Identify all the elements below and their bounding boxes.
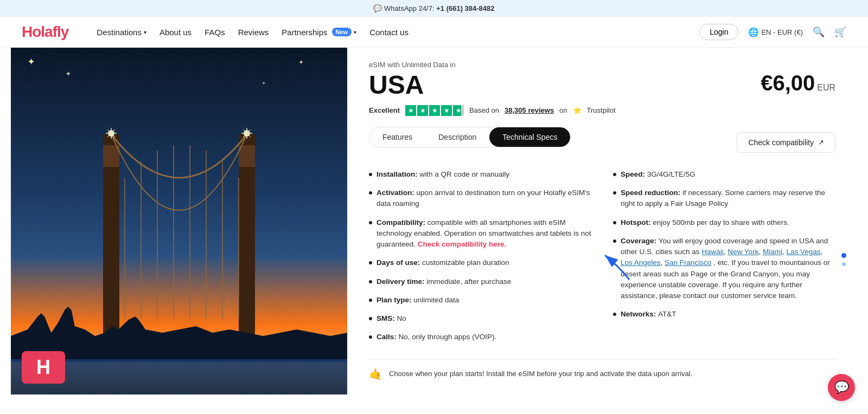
trustpilot-label: Trustpilot [587,106,616,114]
price-main: €6,00 [761,71,815,95]
specs-left-column: Installation: with a QR code or manually… [369,169,591,351]
tab-technical-specs[interactable]: Technical Specs [489,127,570,147]
spec-speed-reduction: Speed reduction: if necessary. Some carr… [613,187,835,210]
chat-button[interactable]: 💬 [828,374,855,399]
spec-installation-label: Installation: [376,170,420,178]
bullet [613,313,616,316]
star-rating: ★ ★ ★ ★ ★ [405,105,464,116]
chevron-down-icon: ▾ [354,29,356,35]
bullet [613,221,616,224]
check-compat-label: Check compatibility [748,138,814,147]
tab-features[interactable]: Features [369,127,425,147]
scroll-dot-2 [842,262,846,266]
spec-sms-label: SMS: [376,314,397,322]
nav-destinations[interactable]: Destinations ▾ [97,28,146,37]
spec-hotspot-label: Hotspot: [621,218,653,227]
spec-plantype-text: unlimited data [413,296,459,304]
bullet [613,173,616,176]
chevron-down-icon: ▾ [144,29,146,35]
whatsapp-label: WhatsApp 24/7: [384,4,435,12]
spec-speed-text: 3G/4G/LTE/5G [647,170,695,178]
rating-based-on: Based on [469,106,499,114]
whatsapp-number[interactable]: +1 (661) 384-8482 [436,4,494,12]
nav-contact[interactable]: Contact us [369,28,409,37]
check-compatibility-button[interactable]: Check compatibility ↗ [737,132,835,153]
star-5-half: ★ [453,105,464,116]
rating-label: Excellent [369,106,400,114]
spec-networks-text: AT&T [658,310,676,318]
hand-icon: 🤙 [369,367,382,380]
main-content: ✦ ✦ ✦ ✦ H eSIM with Unlimited Data in US… [11,48,857,399]
rating-on: on [559,106,567,114]
search-icon[interactable]: 🔍 [813,26,825,38]
product-title-row: USA €6,00 EUR [369,71,835,100]
spec-sms-text: No [397,314,406,322]
spec-delivery: Delivery time: immediate, after purchase [369,276,591,287]
nav-right: Login 🌐 EN - EUR (€) 🔍 🛒 [699,24,846,40]
product-image: ✦ ✦ ✦ ✦ H [11,48,347,394]
spec-plan-type: Plan type: unlimited data [369,295,591,306]
tabs-row: Features Description Technical Specs Che… [369,127,835,158]
logo[interactable]: Holafly [22,23,68,41]
globe-icon: 🌐 [748,27,759,37]
product-info-panel: eSIM with Unlimited Data in USA €6,00 EU… [347,48,857,399]
tab-description[interactable]: Description [425,127,489,147]
star-2: ★ [417,105,428,116]
bullet [369,261,372,264]
holafly-logo-box: H [22,351,65,384]
spec-days: Days of use: customizable plan duration [369,257,591,268]
star-4: ★ [441,105,452,116]
spec-days-text: customizable plan duration [422,258,509,267]
login-button[interactable]: Login [699,24,738,40]
product-subtitle: eSIM with Unlimited Data in [369,61,835,69]
specs-content: Installation: with a QR code or manually… [369,169,835,351]
coverage-link-sf[interactable]: San Francisco [665,258,711,267]
price-currency: EUR [817,83,835,92]
star-3: ★ [429,105,440,116]
spec-speed-label: Speed: [621,170,647,178]
spec-delivery-text: immediate, after purchase [426,277,511,286]
coverage-link-miami[interactable]: Miami [763,248,782,256]
reviews-link[interactable]: 38,305 reviews [505,106,554,114]
spec-compat-label: Compatibility: [376,218,427,227]
spec-hotspot-text: enjoy 500mb per day to share with others… [653,218,789,227]
spec-calls: Calls: No, only through apps (VOIP). [369,332,591,342]
spec-sms: SMS: No [369,313,591,324]
check-compat-link[interactable]: Check compatibility here. [418,240,507,248]
bullet [369,221,372,224]
spec-plantype-label: Plan type: [376,296,413,304]
bullet [613,240,616,243]
spec-delivery-label: Delivery time: [376,277,426,286]
coverage-link-hawaii[interactable]: Hawaii [701,248,724,256]
bullet [369,335,372,339]
bullet [369,317,372,320]
specs-right-column: Speed: 3G/4G/LTE/5G Speed reduction: if … [613,169,835,351]
navbar: Holafly Destinations ▾ About us FAQs Rev… [0,17,868,48]
spec-installation-text: with a QR code or manually [420,170,510,178]
spec-installation: Installation: with a QR code or manually [369,169,591,180]
nav-about[interactable]: About us [159,28,192,37]
spec-networks: Networks: AT&T [613,309,835,320]
bottom-note: 🤙 Choose when your plan starts! Install … [369,359,835,388]
trustpilot-logo: ⭐ [573,106,582,114]
spec-activation: Activation: upon arrival to destination … [369,187,591,210]
price-block: €6,00 EUR [761,71,835,95]
scroll-dot-1 [841,253,846,258]
spec-networks-label: Networks: [621,310,658,318]
top-bar: 💬 WhatsApp 24/7: +1 (661) 384-8482 [0,0,868,17]
nav-partnerships[interactable]: Partnerships New ▾ [282,28,356,37]
coverage-link-newyork[interactable]: New York [727,248,758,256]
arrow-annotation [597,250,635,282]
spec-coverage-label: Coverage: [621,237,659,245]
language-selector[interactable]: 🌐 EN - EUR (€) [748,27,803,37]
cart-icon[interactable]: 🛒 [834,26,846,38]
external-link-icon: ↗ [818,138,824,146]
nav-reviews[interactable]: Reviews [238,28,269,37]
product-title: USA [369,71,424,100]
coverage-link-lasvegas[interactable]: Las Vegas [786,248,820,256]
lang-label: EN - EUR (€) [761,28,803,36]
spec-speedred-label: Speed reduction: [621,189,682,197]
spec-activation-label: Activation: [376,189,417,197]
nav-faqs[interactable]: FAQs [205,28,225,37]
spec-hotspot: Hotspot: enjoy 500mb per day to share wi… [613,217,835,228]
